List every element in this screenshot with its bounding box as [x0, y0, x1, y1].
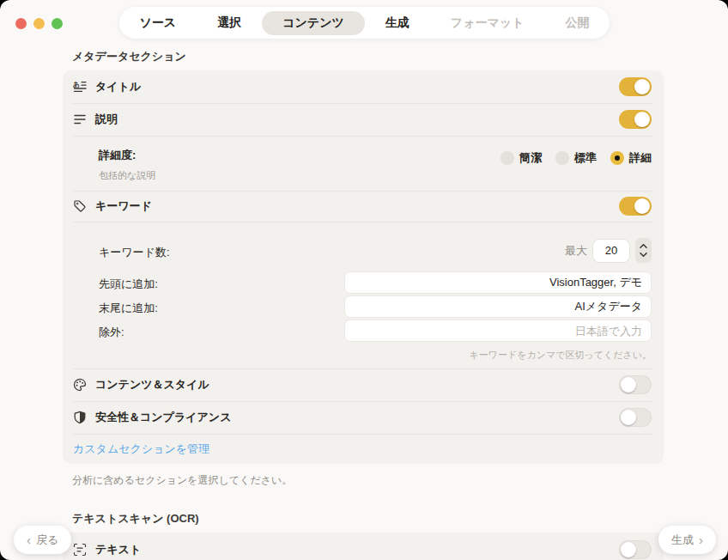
prepend-input[interactable] — [344, 271, 652, 294]
toggle-knob — [634, 198, 650, 214]
max-label: 最大 — [565, 243, 587, 259]
back-button-label: 戻る — [36, 533, 58, 548]
title-row: あ タイトル — [63, 70, 664, 103]
detail-level-description: 包括的な説明 — [99, 169, 155, 182]
append-input[interactable] — [344, 295, 652, 318]
tab-source[interactable]: ソース — [119, 11, 197, 35]
text-scan-toggle[interactable] — [619, 540, 652, 559]
content-style-toggle[interactable] — [619, 375, 652, 394]
tab-publish[interactable]: 公開 — [544, 11, 610, 35]
tag-icon — [73, 199, 87, 213]
toggle-knob — [621, 377, 636, 393]
keyword-settings-block: キーワード数: 最大 20 先頭に追加: 末尾に追加: 除外: キーワードをカン… — [63, 222, 664, 368]
generate-button[interactable]: 生成 › — [658, 526, 716, 554]
safety-row: 安全性＆コンプライアンス — [63, 401, 664, 434]
tab-selection[interactable]: 選択 — [197, 11, 262, 35]
radio-circle-icon — [500, 151, 514, 165]
description-toggle[interactable] — [619, 110, 652, 129]
radio-option-standard[interactable]: 標準 — [555, 150, 597, 166]
manage-custom-sections-link[interactable]: カスタムセクションを管理 — [73, 441, 209, 457]
zoom-window-button[interactable] — [52, 18, 63, 29]
chevron-left-icon: ‹ — [27, 533, 31, 547]
keyword-count-label: キーワード数: — [99, 245, 170, 260]
title-toggle[interactable] — [619, 77, 652, 96]
metadata-settings-card: あ タイトル 説明 詳細度: 包括的な説明 簡潔 — [63, 70, 664, 464]
keyword-count-controls: 最大 20 — [565, 238, 652, 263]
append-label: 末尾に追加: — [99, 301, 158, 316]
toggle-knob — [634, 112, 650, 127]
safety-toggle[interactable] — [619, 408, 652, 427]
toggle-knob — [621, 410, 636, 425]
toggle-knob — [634, 79, 650, 94]
step-tabbar: ソース 選択 コンテンツ 生成 フォーマット 公開 — [119, 7, 610, 39]
svg-text:あ: あ — [73, 81, 80, 88]
chevron-down-icon — [639, 252, 648, 258]
text-format-icon: あ — [73, 80, 87, 94]
tab-format[interactable]: フォーマット — [430, 11, 545, 35]
radio-circle-icon — [555, 151, 569, 165]
back-button[interactable]: ‹ 戻る — [14, 526, 71, 554]
text-scan-row: テキスト — [63, 536, 664, 560]
exclude-input[interactable] — [344, 320, 652, 342]
close-window-button[interactable] — [15, 18, 27, 29]
radio-option-detailed[interactable]: 詳細 — [610, 150, 652, 166]
content-style-row: コンテンツ＆スタイル — [63, 368, 664, 401]
section-select-hint: 分析に含めるセクションを選択してください。 — [72, 473, 292, 488]
description-row-label: 説明 — [95, 112, 118, 127]
radio-option-label: 詳細 — [629, 150, 652, 166]
detail-level-block: 詳細度: 包括的な説明 簡潔 標準 詳細 — [63, 136, 664, 191]
detail-level-radio-group: 簡潔 標準 詳細 — [500, 150, 652, 166]
keyword-count-value[interactable]: 20 — [593, 240, 629, 262]
toggle-knob — [621, 542, 636, 557]
content-style-row-label: コンテンツ＆スタイル — [95, 377, 209, 393]
chevron-up-icon — [639, 243, 648, 249]
generate-button-label: 生成 — [671, 533, 694, 548]
keyword-count-stepper[interactable] — [635, 238, 652, 263]
traffic-lights — [15, 18, 63, 29]
radio-selected-icon — [610, 151, 624, 165]
radio-option-label: 簡潔 — [519, 150, 542, 166]
palette-icon — [73, 378, 87, 392]
shield-icon — [73, 411, 87, 424]
radio-option-label: 標準 — [574, 150, 597, 166]
title-row-label: タイトル — [95, 79, 141, 94]
keywords-toggle[interactable] — [619, 197, 652, 216]
tab-content[interactable]: コンテンツ — [262, 11, 365, 35]
keywords-row-label: キーワード — [95, 198, 152, 214]
manage-sections-row: カスタムセクションを管理 — [63, 434, 664, 464]
description-row: 説明 — [63, 103, 664, 136]
safety-row-label: 安全性＆コンプライアンス — [95, 410, 231, 425]
detail-level-label: 詳細度: — [99, 148, 136, 163]
chevron-right-icon: › — [699, 533, 703, 547]
metadata-section-title: メタデータセクション — [72, 49, 186, 64]
tab-generate[interactable]: 生成 — [365, 11, 430, 35]
prepend-label: 先頭に追加: — [99, 277, 158, 292]
text-scan-row-label: テキスト — [95, 542, 141, 557]
app-window: ソース 選択 コンテンツ 生成 フォーマット 公開 メタデータセクション あ タ… — [0, 0, 728, 560]
exclude-label: 除外: — [99, 325, 124, 340]
ocr-section-title: テキストスキャン (OCR) — [72, 511, 199, 527]
keywords-comma-hint: キーワードをカンマで区切ってください。 — [469, 349, 652, 362]
minimize-window-button[interactable] — [33, 18, 45, 29]
keywords-row: キーワード — [63, 191, 664, 222]
ocr-settings-card: テキスト — [63, 533, 664, 560]
text-lines-icon — [73, 113, 87, 126]
text-scan-icon — [73, 543, 87, 557]
radio-option-concise[interactable]: 簡潔 — [500, 150, 542, 166]
